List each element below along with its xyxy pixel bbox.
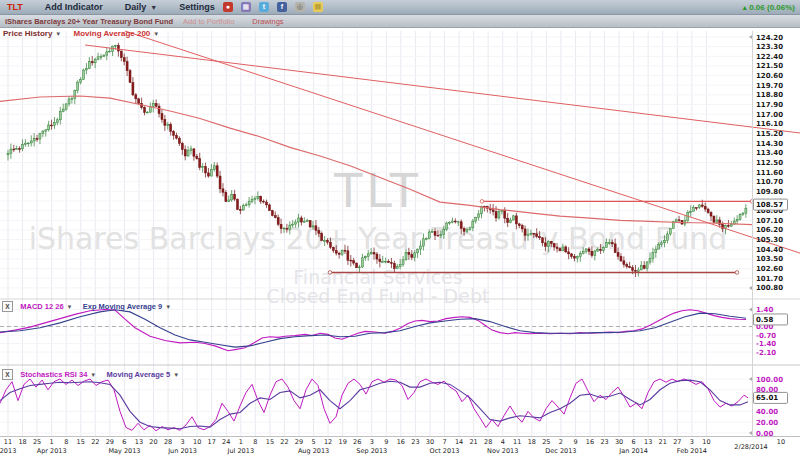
quote-change: ▲0.06 (0.06%): [741, 3, 795, 12]
notes-icon[interactable]: ▤: [313, 2, 323, 12]
svg-text:Apr 2013: Apr 2013: [37, 447, 67, 455]
svg-text:106.20: 106.20: [756, 226, 783, 234]
camera-icon[interactable]: ◎: [295, 2, 305, 12]
svg-text:22: 22: [91, 438, 99, 446]
svg-text:Feb 2014: Feb 2014: [677, 447, 707, 455]
svg-text:2: 2: [559, 438, 563, 446]
svg-text:iShares Barclays 20+ Year Trea: iShares Barclays 20+ Year Treasury Bond …: [29, 221, 728, 256]
svg-text:Sep 2013: Sep 2013: [356, 447, 387, 455]
svg-text:6: 6: [122, 438, 126, 446]
svg-text:21: 21: [659, 438, 667, 446]
svg-text:30: 30: [426, 438, 434, 446]
svg-text:105.30: 105.30: [756, 236, 783, 244]
svg-text:24: 24: [222, 438, 230, 446]
record-icon[interactable]: ●: [223, 2, 233, 12]
macd-close-button[interactable]: X: [2, 301, 13, 312]
stoch-pane-header: X Stochastics RSI 34▼ Moving Average 5▼: [2, 369, 179, 380]
svg-text:1: 1: [239, 438, 243, 446]
svg-text:26: 26: [353, 438, 361, 446]
facebook-icon[interactable]: f: [277, 2, 287, 12]
svg-text:10: 10: [702, 438, 710, 446]
svg-text:20.00: 20.00: [756, 419, 778, 427]
price-history-caret-icon[interactable]: ▼: [55, 31, 61, 37]
svg-text:20: 20: [149, 438, 157, 446]
svg-text:14: 14: [455, 438, 463, 446]
svg-text:102.60: 102.60: [756, 265, 783, 273]
svg-text:122.40: 122.40: [756, 53, 783, 61]
svg-text:12: 12: [324, 438, 332, 446]
svg-text:22: 22: [280, 438, 288, 446]
macd-signal-caret-icon[interactable]: ▼: [165, 304, 171, 310]
svg-text:15: 15: [77, 438, 85, 446]
svg-text:110.70: 110.70: [756, 178, 783, 186]
stoch-caret-icon[interactable]: ▼: [90, 372, 96, 378]
community-icon[interactable]: ▦: [241, 2, 251, 12]
fund-name: iShares Barclays 20+ Year Treasury Bond …: [5, 17, 173, 26]
ma200-dropdown[interactable]: Moving Average 200: [74, 29, 151, 38]
twitter-icon[interactable]: t: [259, 2, 269, 12]
svg-text:30: 30: [615, 438, 623, 446]
svg-text:0.00: 0.00: [756, 430, 773, 438]
svg-text:23: 23: [411, 438, 419, 446]
top-toolbar: TLT Add Indicator Daily ▼ Settings ●▦tf◎…: [0, 0, 800, 15]
svg-text:19: 19: [339, 438, 347, 446]
svg-text:4: 4: [501, 438, 505, 446]
svg-text:17: 17: [208, 438, 216, 446]
svg-text:8: 8: [253, 438, 257, 446]
stoch-ma-caret-icon[interactable]: ▼: [173, 372, 179, 378]
settings-button[interactable]: Settings: [179, 2, 215, 12]
svg-text:1.40: 1.40: [756, 306, 773, 314]
add-to-portfolio-link[interactable]: Add to Portfolio: [183, 17, 234, 26]
period-caret-icon[interactable]: ▼: [150, 4, 157, 11]
svg-text:29: 29: [295, 438, 303, 446]
macd-dropdown[interactable]: MACD 12 26: [20, 302, 63, 311]
svg-text:8: 8: [64, 438, 68, 446]
svg-text:104.40: 104.40: [756, 246, 783, 254]
svg-text:118.80: 118.80: [756, 91, 783, 99]
macd-signal-dropdown[interactable]: Exp Moving Average 9: [83, 302, 162, 311]
svg-text:15: 15: [266, 438, 274, 446]
ma200-caret-icon[interactable]: ▼: [153, 31, 159, 37]
svg-text:28: 28: [164, 438, 172, 446]
svg-text:10: 10: [193, 438, 201, 446]
stoch-ma-line: [0, 380, 748, 429]
svg-text:Jul 2013: Jul 2013: [227, 447, 254, 455]
last-price-box: 108.57: [754, 199, 788, 210]
watermark: TLTiShares Barclays 20+ Year Treasury Bo…: [29, 164, 728, 307]
svg-text:9: 9: [384, 438, 388, 446]
svg-text:117.00: 117.00: [756, 111, 783, 119]
svg-text:Aug 2013: Aug 2013: [298, 447, 329, 455]
svg-text:11: 11: [4, 438, 12, 446]
svg-text:28: 28: [484, 438, 492, 446]
svg-text:Closed End Fund - Debt: Closed End Fund - Debt: [267, 285, 490, 307]
svg-text:100.00: 100.00: [756, 376, 783, 384]
svg-text:112.50: 112.50: [756, 159, 783, 167]
svg-text:3: 3: [690, 438, 694, 446]
svg-text:116.10: 116.10: [756, 120, 783, 128]
svg-text:108.57: 108.57: [756, 201, 783, 209]
price-history-dropdown[interactable]: Price History: [3, 29, 52, 38]
svg-text:114.30: 114.30: [756, 140, 783, 148]
chart-canvas[interactable]: TLTiShares Barclays 20+ Year Treasury Bo…: [0, 28, 800, 458]
svg-text:11: 11: [513, 438, 521, 446]
svg-text:10: 10: [777, 438, 785, 446]
macd-value-box: 0.58: [754, 314, 788, 325]
stoch-dropdown[interactable]: Stochastics RSI 34: [20, 370, 87, 379]
svg-text:120.60: 120.60: [756, 72, 783, 80]
svg-text:13: 13: [135, 438, 143, 446]
symbol-ticker[interactable]: TLT: [7, 2, 23, 12]
toolbar-icons: ●▦tf◎▤: [215, 2, 323, 13]
svg-text:121.50: 121.50: [756, 62, 783, 70]
svg-text:101.70: 101.70: [756, 275, 783, 283]
chart-region[interactable]: TLTiShares Barclays 20+ Year Treasury Bo…: [0, 28, 800, 458]
macd-caret-icon[interactable]: ▼: [67, 304, 73, 310]
svg-text:0.58: 0.58: [756, 316, 773, 324]
svg-text:2/28/2014: 2/28/2014: [734, 443, 767, 451]
svg-text:3: 3: [370, 438, 374, 446]
stoch-close-button[interactable]: X: [2, 369, 13, 380]
drawings-link[interactable]: Drawings: [252, 17, 283, 26]
period-dropdown[interactable]: Daily: [125, 2, 147, 12]
svg-text:-1.40: -1.40: [756, 340, 776, 348]
add-indicator-button[interactable]: Add Indicator: [45, 2, 103, 12]
stoch-ma-dropdown[interactable]: Moving Average 5: [107, 370, 171, 379]
